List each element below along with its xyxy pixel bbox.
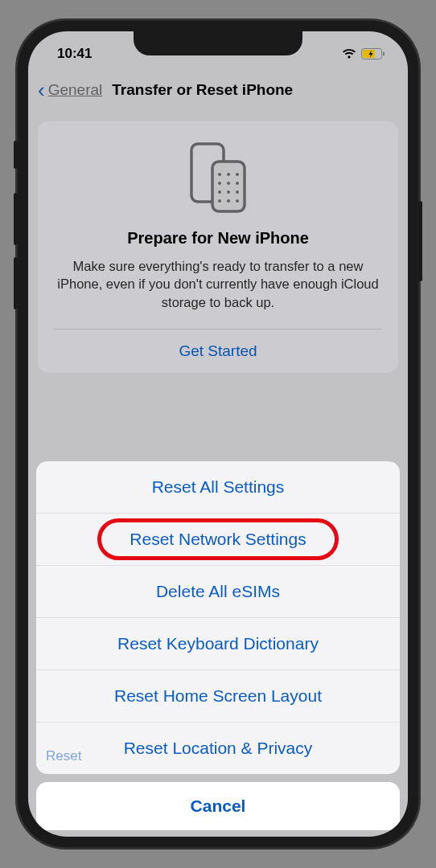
svg-rect-1 bbox=[363, 50, 375, 58]
back-chevron-icon[interactable]: ‹ bbox=[38, 78, 45, 103]
reset-network-settings-button[interactable]: Reset Network Settings bbox=[36, 514, 400, 566]
phone-frame: 10:41 ‹ General Transfer or Reset iPhone bbox=[17, 20, 419, 848]
svg-point-5 bbox=[218, 173, 221, 176]
reset-location-privacy-button[interactable]: Reset Location & Privacy bbox=[36, 723, 400, 774]
back-button[interactable]: General bbox=[48, 81, 103, 99]
battery-icon bbox=[361, 48, 385, 59]
svg-point-13 bbox=[236, 190, 239, 194]
svg-point-10 bbox=[236, 182, 239, 185]
card-description: Make sure everything's ready to transfer… bbox=[54, 257, 382, 311]
get-started-button[interactable]: Get Started bbox=[54, 329, 382, 373]
svg-point-11 bbox=[218, 190, 221, 194]
volume-down-button bbox=[14, 257, 18, 309]
action-sheet: Reset All Settings Reset Network Setting… bbox=[28, 461, 408, 837]
sheet-item-label: Reset Home Screen Layout bbox=[114, 686, 322, 705]
status-icons bbox=[342, 48, 385, 59]
reset-keyboard-dictionary-button[interactable]: Reset Keyboard Dictionary bbox=[36, 618, 400, 670]
status-time: 10:41 bbox=[57, 46, 92, 62]
content-area: Prepare for New iPhone Make sure everyth… bbox=[28, 110, 408, 373]
notch bbox=[134, 31, 302, 55]
svg-point-14 bbox=[218, 199, 221, 203]
svg-point-16 bbox=[236, 199, 239, 203]
svg-rect-2 bbox=[383, 52, 385, 56]
svg-rect-4 bbox=[212, 162, 245, 211]
delete-all-esims-button[interactable]: Delete All eSIMs bbox=[36, 566, 400, 618]
sheet-item-label: Reset Keyboard Dictionary bbox=[117, 634, 319, 653]
phone-screen: 10:41 ‹ General Transfer or Reset iPhone bbox=[28, 31, 408, 837]
reset-peek-label: Reset bbox=[46, 748, 81, 764]
svg-point-7 bbox=[236, 173, 239, 176]
sheet-item-label: Delete All eSIMs bbox=[156, 582, 280, 600]
svg-point-12 bbox=[227, 190, 230, 194]
sheet-options: Reset All Settings Reset Network Setting… bbox=[36, 461, 400, 774]
nav-bar: ‹ General Transfer or Reset iPhone bbox=[28, 70, 408, 110]
sheet-item-label: Reset Network Settings bbox=[130, 530, 306, 548]
svg-point-8 bbox=[218, 182, 221, 185]
sheet-item-label: Reset All Settings bbox=[152, 477, 285, 496]
svg-point-15 bbox=[227, 199, 230, 203]
mute-switch bbox=[14, 141, 18, 169]
svg-point-9 bbox=[227, 182, 230, 185]
reset-all-settings-button[interactable]: Reset All Settings bbox=[36, 461, 400, 514]
cancel-button[interactable]: Cancel bbox=[36, 782, 400, 830]
prepare-card: Prepare for New iPhone Make sure everyth… bbox=[38, 121, 398, 373]
svg-point-6 bbox=[227, 173, 230, 176]
page-title: Transfer or Reset iPhone bbox=[112, 81, 293, 99]
sheet-item-label: Reset Location & Privacy bbox=[124, 739, 313, 757]
power-button bbox=[418, 201, 422, 281]
reset-home-screen-layout-button[interactable]: Reset Home Screen Layout bbox=[36, 670, 400, 723]
volume-up-button bbox=[14, 193, 18, 245]
devices-icon bbox=[54, 141, 382, 215]
wifi-icon bbox=[342, 48, 356, 59]
card-title: Prepare for New iPhone bbox=[54, 229, 382, 248]
